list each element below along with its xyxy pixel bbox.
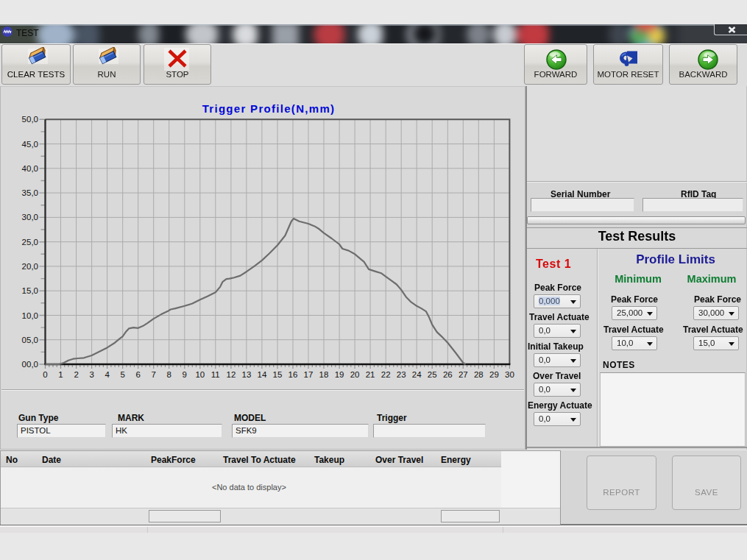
svg-text:9: 9 (183, 370, 187, 379)
svg-text:20: 20 (350, 370, 360, 379)
svg-text:11: 11 (211, 370, 220, 379)
svg-text:20,0: 20,0 (22, 262, 38, 271)
svg-text:22: 22 (381, 370, 391, 379)
svg-text:5: 5 (120, 370, 124, 379)
svg-text:8: 8 (166, 370, 171, 379)
svg-text:2: 2 (74, 370, 78, 379)
svg-text:1: 1 (58, 370, 63, 379)
svg-text:05,0: 05,0 (22, 336, 38, 344)
svg-text:29: 29 (489, 370, 499, 379)
svg-text:25: 25 (428, 370, 437, 379)
svg-text:15,0: 15,0 (22, 286, 38, 295)
svg-text:10: 10 (195, 370, 205, 379)
svg-text:12: 12 (227, 370, 236, 379)
svg-text:16: 16 (288, 370, 298, 379)
svg-text:24: 24 (412, 370, 422, 379)
svg-text:10,0: 10,0 (22, 311, 38, 320)
svg-text:25,0: 25,0 (22, 238, 38, 247)
svg-text:28: 28 (474, 370, 484, 379)
svg-text:21: 21 (366, 370, 375, 379)
svg-text:3: 3 (89, 370, 93, 379)
svg-text:17: 17 (304, 370, 314, 379)
svg-text:19: 19 (335, 370, 344, 379)
svg-text:6: 6 (135, 370, 140, 379)
svg-text:50,0: 50,0 (22, 115, 38, 124)
svg-text:40,0: 40,0 (22, 164, 38, 173)
svg-text:30: 30 (505, 370, 514, 379)
svg-text:23: 23 (397, 370, 406, 379)
svg-text:15: 15 (273, 370, 283, 379)
svg-text:27: 27 (459, 370, 468, 379)
svg-text:45,0: 45,0 (22, 140, 38, 149)
svg-text:26: 26 (443, 370, 453, 379)
svg-text:14: 14 (258, 370, 267, 379)
svg-text:30,0: 30,0 (22, 213, 38, 221)
svg-text:4: 4 (105, 370, 110, 379)
svg-text:00,0: 00,0 (22, 360, 38, 369)
svg-text:18: 18 (319, 370, 329, 379)
svg-text:35,0: 35,0 (22, 188, 38, 197)
svg-text:7: 7 (151, 370, 155, 379)
svg-text:13: 13 (242, 370, 252, 379)
svg-text:0: 0 (43, 370, 47, 379)
